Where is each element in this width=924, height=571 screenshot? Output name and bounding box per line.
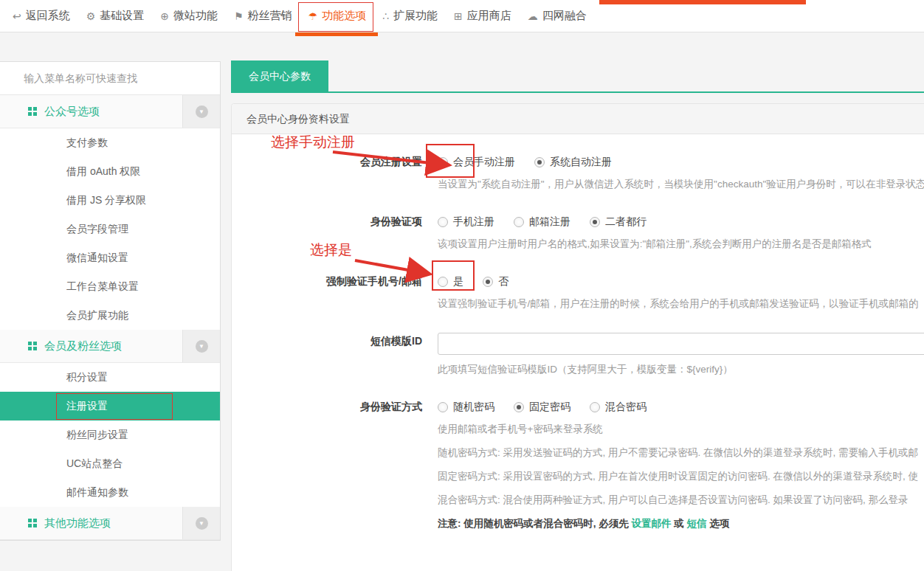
radio-option-是[interactable]: 是 xyxy=(438,273,463,289)
radio-group: 随机密码固定密码混合密码 xyxy=(438,398,924,415)
reply-icon: ↩ xyxy=(13,10,21,22)
radio-icon[interactable] xyxy=(438,402,448,412)
sidebar-section-title-area: 会员及粉丝选项 xyxy=(0,339,182,353)
form-row-1: 会员注册设置会员手动注册系统自动注册当设置为"系统自动注册"，用户从微信进入系统… xyxy=(232,153,924,191)
link-设置邮件[interactable]: 设置邮件 xyxy=(632,518,672,529)
radio-option-否[interactable]: 否 xyxy=(483,273,508,289)
note-segment: 选项 xyxy=(707,518,730,529)
top-nav: ↩返回系统⚙基础设置⊕微站功能⚑粉丝营销☂功能选项∴扩展功能⊞应用商店☁四网融合 xyxy=(0,0,924,32)
radio-option-混合密码[interactable]: 混合密码 xyxy=(590,398,647,415)
grid-icon xyxy=(28,107,37,116)
note-text: 注意: 使用随机密码或者混合密码时, 必须先 设置邮件 或 短信 选项 xyxy=(438,517,924,530)
nav-item-1[interactable]: ↩返回系统 xyxy=(4,0,78,32)
radio-label: 邮箱注册 xyxy=(529,215,570,227)
section-collapse-button[interactable]: ▼ xyxy=(182,507,220,539)
field-label: 身份验证项 xyxy=(232,213,432,251)
nav-item-7[interactable]: ⊞应用商店 xyxy=(446,0,520,32)
chevron-down-icon: ▼ xyxy=(196,105,208,118)
nav-item-label: 返回系统 xyxy=(26,9,70,23)
radio-option-固定密码[interactable]: 固定密码 xyxy=(514,398,570,415)
field-label: 会员注册设置 xyxy=(232,153,432,191)
nav-item-3[interactable]: ⊕微站功能 xyxy=(152,0,226,32)
nav-item-label: 四网融合 xyxy=(542,9,587,23)
radio-icon[interactable] xyxy=(514,217,524,227)
radio-option-二者都行[interactable]: 二者都行 xyxy=(590,213,647,229)
nav-item-5[interactable]: ☂功能选项 xyxy=(300,0,375,32)
sidebar-item-借用 oAuth 权限[interactable]: 借用 oAuth 权限 xyxy=(0,157,220,186)
panel-title: 会员中心身份资料设置 xyxy=(232,104,924,134)
section-collapse-button[interactable]: ▼ xyxy=(182,95,220,128)
nav-item-4[interactable]: ⚑粉丝营销 xyxy=(226,0,300,32)
form-row-3: 强制验证手机号/邮箱是否设置强制验证手机号/邮箱，用户在注册的时候，系统会给用户… xyxy=(232,273,924,311)
chevron-down-icon: ▼ xyxy=(196,340,208,353)
form-row-4: 短信模版ID此项填写短信验证码模版ID（支持阿里大于，模版变量：${verify… xyxy=(232,333,924,376)
sidebar: 公众号选项▼支付参数借用 oAuth 权限借用 JS 分享权限会员字段管理微信通… xyxy=(0,61,221,541)
sidebar-item-邮件通知参数[interactable]: 邮件通知参数 xyxy=(0,478,220,507)
radio-label: 系统自动注册 xyxy=(550,156,612,167)
radio-group: 手机注册邮箱注册二者都行 xyxy=(438,213,924,229)
sms-template-id-input[interactable] xyxy=(438,333,924,355)
nav-item-2[interactable]: ⚙基础设置 xyxy=(78,0,153,32)
radio-icon[interactable] xyxy=(438,217,448,227)
nav-item-label: 微站功能 xyxy=(173,9,218,23)
sidebar-item-支付参数[interactable]: 支付参数 xyxy=(0,128,220,157)
sidebar-section-header-1[interactable]: 公众号选项▼ xyxy=(0,95,220,128)
nav-item-6[interactable]: ∴扩展功能 xyxy=(374,0,446,32)
help-text: 使用邮箱或者手机号+密码来登录系统 xyxy=(438,422,924,436)
tab-bar: 会员中心参数 xyxy=(231,60,924,93)
sidebar-item-借用 JS 分享权限[interactable]: 借用 JS 分享权限 xyxy=(0,186,220,215)
radio-icon[interactable] xyxy=(438,157,448,167)
note-segment: 或 xyxy=(672,518,687,529)
radio-option-系统自动注册[interactable]: 系统自动注册 xyxy=(534,153,612,170)
globe-icon: ⊕ xyxy=(160,10,169,22)
sidebar-item-积分设置[interactable]: 积分设置 xyxy=(0,363,220,392)
sidebar-section-header-3[interactable]: 其他功能选项▼ xyxy=(0,507,220,540)
radio-label: 随机密码 xyxy=(453,401,494,412)
radio-label: 是 xyxy=(453,275,463,287)
sidebar-item-粉丝同步设置[interactable]: 粉丝同步设置 xyxy=(0,421,220,449)
active-nav-underline xyxy=(295,32,378,36)
sidebar-section-title-area: 其他功能选项 xyxy=(0,516,182,530)
sidebar-item-会员字段管理[interactable]: 会员字段管理 xyxy=(0,215,220,243)
sidebar-item-会员扩展功能[interactable]: 会员扩展功能 xyxy=(0,301,220,330)
nav-item-label: 扩展功能 xyxy=(393,9,438,23)
field-control: 是否设置强制验证手机号/邮箱，用户在注册的时候，系统会给用户的手机或邮箱发送验证… xyxy=(432,273,924,311)
menu-search-input[interactable] xyxy=(0,61,220,95)
nav-item-label: 应用商店 xyxy=(467,9,511,23)
help-text: 固定密码方式: 采用设置密码的方式, 用户在首次使用时设置固定的访问密码. 在微… xyxy=(438,469,924,483)
tab-member-center-params[interactable]: 会员中心参数 xyxy=(231,60,328,91)
radio-icon[interactable] xyxy=(438,277,448,287)
radio-icon[interactable] xyxy=(534,157,545,167)
link-短信[interactable]: 短信 xyxy=(687,518,707,529)
sidebar-sections: 公众号选项▼支付参数借用 oAuth 权限借用 JS 分享权限会员字段管理微信通… xyxy=(0,95,220,540)
help-text: 随机密码方式: 采用发送验证码的方式, 用户不需要记录密码. 在微信以外的渠道登… xyxy=(438,446,924,460)
radio-group: 会员手动注册系统自动注册 xyxy=(438,153,924,170)
sidebar-section-title: 其他功能选项 xyxy=(44,516,111,530)
annotation-orange-bar xyxy=(599,0,806,4)
radio-icon[interactable] xyxy=(590,402,600,412)
section-collapse-button[interactable]: ▼ xyxy=(182,330,220,362)
annotation-box-register-item xyxy=(56,393,173,420)
help-text: 设置强制验证手机号/邮箱，用户在注册的时候，系统会给用户的手机或邮箱发送验证码，… xyxy=(438,297,924,311)
radio-icon[interactable] xyxy=(514,402,524,412)
radio-option-手机注册[interactable]: 手机注册 xyxy=(438,213,494,229)
radio-option-邮箱注册[interactable]: 邮箱注册 xyxy=(514,213,570,229)
chevron-down-icon: ▼ xyxy=(196,517,208,530)
nav-item-8[interactable]: ☁四网融合 xyxy=(520,0,595,32)
nav-item-label: 粉丝营销 xyxy=(248,9,292,23)
sidebar-item-UC站点整合[interactable]: UC站点整合 xyxy=(0,449,220,478)
app-window: ↩返回系统⚙基础设置⊕微站功能⚑粉丝营销☂功能选项∴扩展功能⊞应用商店☁四网融合… xyxy=(0,0,924,571)
umbrella-icon: ☂ xyxy=(308,10,318,22)
radio-option-随机密码[interactable]: 随机密码 xyxy=(438,398,494,415)
sidebar-item-工作台菜单设置[interactable]: 工作台菜单设置 xyxy=(0,272,220,301)
help-text: 此项填写短信验证码模版ID（支持阿里大于，模版变量：${verify}） xyxy=(438,362,924,376)
sidebar-section-title-area: 公众号选项 xyxy=(0,105,182,119)
radio-icon[interactable] xyxy=(483,277,493,287)
sidebar-item-注册设置[interactable]: 注册设置 xyxy=(0,392,220,421)
radio-label: 否 xyxy=(498,275,508,287)
sidebar-item-微信通知设置[interactable]: 微信通知设置 xyxy=(0,243,220,272)
form-row-2: 身份验证项手机注册邮箱注册二者都行该项设置用户注册时用户名的格式,如果设置为:"… xyxy=(232,213,924,251)
sidebar-section-header-2[interactable]: 会员及粉丝选项▼ xyxy=(0,330,220,363)
radio-icon[interactable] xyxy=(590,217,600,227)
radio-option-会员手动注册[interactable]: 会员手动注册 xyxy=(438,153,515,170)
